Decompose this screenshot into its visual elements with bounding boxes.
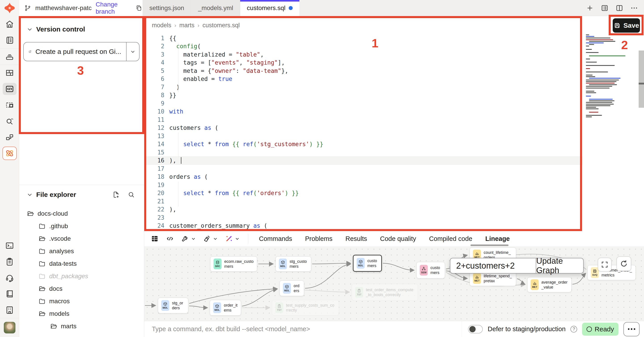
panel-tab-code-quality[interactable]: Code quality — [380, 235, 416, 243]
code-line-11[interactable]: 11 — [144, 115, 582, 124]
code-line-17[interactable]: 17 — [144, 164, 582, 173]
nav-editor[interactable] — [0, 81, 19, 97]
code-line-22[interactable]: 22), — [144, 205, 582, 214]
more-options-icon[interactable] — [630, 3, 639, 12]
tree-item-docs[interactable]: docs — [19, 283, 144, 295]
results-table-button[interactable] — [150, 234, 159, 243]
lineage-node-average_order_value[interactable]: METaverage_order_value — [527, 277, 572, 292]
nav-organization[interactable] — [0, 302, 19, 318]
code-line-19[interactable]: 19 — [144, 181, 582, 189]
code-line-20[interactable]: 20 select * from {{ ref('orders') }} — [144, 189, 582, 197]
tree-item-.github[interactable]: .github — [19, 220, 144, 232]
lineage-node-customers[interactable]: MDLcustomers — [353, 255, 382, 272]
code-line-1[interactable]: 1{{ — [144, 34, 582, 42]
nav-dashboards[interactable] — [0, 65, 19, 81]
refresh-graph-button[interactable] — [616, 256, 631, 271]
save-button[interactable]: Save — [613, 18, 640, 33]
lineage-node-test_supply_costs_sum_correctly[interactable]: TSTtest_supply_costs_sum_correctly — [272, 300, 339, 316]
code-line-5[interactable]: 5 meta = {"owner": "data-team"}, — [144, 67, 582, 75]
new-file-icon[interactable] — [112, 191, 120, 198]
fullscreen-button[interactable] — [598, 258, 612, 272]
panel-tab-commands[interactable]: Commands — [259, 235, 292, 243]
code-line-3[interactable]: 3 materialized = "table", — [144, 50, 582, 58]
nav-notebooks[interactable] — [0, 32, 19, 48]
version-control-header[interactable]: Version control — [27, 25, 85, 33]
lineage-node-stg_orders[interactable]: MDLstg_orders — [158, 298, 188, 313]
nav-docs[interactable] — [0, 286, 19, 302]
change-branch-link[interactable]: Change branch — [96, 1, 132, 15]
tab-settings.json[interactable]: settings.json — [142, 0, 191, 16]
code-line-4[interactable]: 4 tags = ["events", "staging"], — [144, 58, 582, 67]
create-pr-button[interactable]: Create a pull request on Gi... — [23, 42, 140, 61]
code-line-2[interactable]: 2 config( — [144, 42, 582, 50]
ai-fix-button[interactable] — [225, 234, 240, 243]
dbt-logo[interactable] — [0, 0, 19, 16]
build-tools-button[interactable] — [181, 234, 196, 243]
tree-item-macros[interactable]: macros — [19, 295, 144, 308]
lint-button[interactable] — [203, 234, 218, 243]
breadcrumb-segment[interactable]: marts — [179, 22, 194, 29]
nav-terminal[interactable] — [0, 238, 19, 254]
help-icon[interactable]: ? — [570, 326, 577, 333]
panel-tab-results[interactable]: Results — [346, 235, 367, 243]
pr-button-caret[interactable] — [126, 42, 139, 61]
code-line-23[interactable]: 23 — [144, 213, 582, 222]
more-actions-button[interactable] — [624, 322, 640, 336]
code-line-15[interactable]: 15 — [144, 148, 582, 156]
tree-item-marts[interactable]: marts — [19, 320, 144, 333]
nav-environments[interactable] — [0, 129, 19, 145]
defer-toggle[interactable] — [468, 325, 483, 334]
panel-tab-problems[interactable]: Problems — [305, 235, 332, 243]
lineage-selector-input[interactable]: 2+customers+2 — [450, 258, 536, 273]
command-input[interactable] — [144, 325, 462, 333]
nav-copilot[interactable] — [0, 145, 19, 161]
code-line-8[interactable]: 8}} — [144, 91, 582, 99]
lineage-node-customers[interactable]: SEMcustomers — [416, 262, 445, 279]
code-view-button[interactable] — [166, 234, 174, 243]
code-line-21[interactable]: 21 — [144, 197, 582, 205]
code-line-24[interactable]: 24customer_orders_summary as ( — [144, 222, 582, 230]
breadcrumb-segment[interactable]: customers.sql — [202, 22, 240, 29]
lineage-node-orders[interactable]: MDLorders — [280, 281, 304, 296]
lineage-canvas[interactable]: SRCecom.raw_customersMDLstg_customersMDL… — [144, 246, 644, 321]
code-line-13[interactable]: 13 — [144, 132, 582, 140]
panel-list-icon[interactable] — [600, 3, 609, 12]
code-line-18[interactable]: 18orders as ( — [144, 173, 582, 181]
lineage-node-test_order_items_compute_to_bools_correctly[interactable]: TSTtest_order_items_compute_to_bools_cor… — [352, 284, 418, 301]
nav-explore[interactable] — [0, 113, 19, 129]
code-line-12[interactable]: 12customers as ( — [144, 124, 582, 132]
scrollbar-thumb[interactable] — [639, 50, 644, 108]
code-line-7[interactable]: 7 ) — [144, 83, 582, 91]
tree-item-models[interactable]: models — [19, 308, 144, 320]
tree-item-docs-cloud[interactable]: docs-cloud — [19, 207, 144, 220]
tree-item-.vscode[interactable]: .vscode — [19, 232, 144, 245]
nav-inbox[interactable] — [0, 48, 19, 65]
lineage-node-order_items[interactable]: MDLorder_items — [210, 300, 241, 316]
update-graph-button[interactable]: Update Graph — [536, 258, 583, 273]
copy-branch-icon[interactable] — [135, 4, 142, 12]
tree-item-dbt_packages[interactable]: dbt_packages — [19, 270, 144, 283]
tree-item-analyses[interactable]: analyses — [19, 245, 144, 258]
code-line-6[interactable]: 6 enabled = true — [144, 75, 582, 83]
tab-customers.sql[interactable]: customers.sql — [240, 0, 300, 16]
split-panel-icon[interactable] — [615, 3, 624, 12]
tab-_models.yml[interactable]: _models.yml — [191, 0, 240, 16]
new-tab-icon[interactable] — [586, 3, 594, 12]
nav-changelog[interactable] — [0, 254, 19, 270]
code-line-14[interactable]: 14 select * from {{ ref('stg_customers')… — [144, 140, 582, 148]
search-icon[interactable] — [128, 191, 135, 198]
breadcrumb-segment[interactable]: models — [152, 22, 171, 29]
editor-scrollbar[interactable] — [639, 33, 644, 231]
panel-tab-compiled-code[interactable]: Compiled code — [429, 235, 472, 243]
tree-item-data-tests[interactable]: data-tests — [19, 258, 144, 270]
code-line-16[interactable]: 16), — [144, 156, 582, 165]
lineage-node-ecom.raw_customers[interactable]: SRCecom.raw_customers — [210, 256, 257, 272]
lineage-node-stg_customers[interactable]: MDLstg_customers — [276, 256, 311, 272]
panel-tab-lineage[interactable]: Lineage — [485, 235, 510, 243]
user-menu[interactable] — [0, 318, 19, 337]
nav-home[interactable] — [0, 16, 19, 32]
code-line-9[interactable]: 9 — [144, 99, 582, 107]
nav-support[interactable] — [0, 270, 19, 286]
code-line-10[interactable]: 10with — [144, 107, 582, 116]
nav-jobs[interactable] — [0, 97, 19, 113]
